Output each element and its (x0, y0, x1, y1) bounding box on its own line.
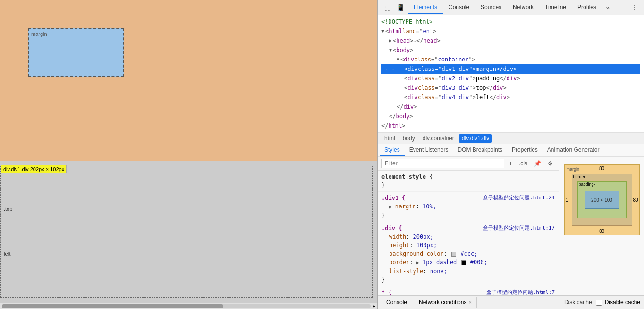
cls-button[interactable]: .cls (517, 159, 529, 168)
scrollbar-track[interactable] (2, 304, 371, 308)
css-rule-div1: .div1 { 盒子模型的定位问题.html:24 ▶ margin: 10%;… (378, 192, 559, 222)
dom-line-head[interactable]: <head>…</head> (381, 36, 640, 45)
css-source-star[interactable]: 盒子模型的定位问题.html:7 (486, 288, 555, 295)
subtab-animation-generator[interactable]: Animation Generator (542, 144, 604, 156)
tab-sources[interactable]: Sources (475, 1, 507, 14)
css-rule-div-close: } (381, 275, 555, 284)
bottom-right: Disk cache Disable cache (564, 299, 640, 306)
css-prop-margin: ▶ margin: 10%; (381, 202, 555, 211)
dom-line-doctype[interactable]: <!DOCTYPE html> (381, 17, 640, 26)
filter-bar: + .cls 📌 ⚙ (378, 157, 559, 171)
bm-margin-bottom[interactable]: 80 (599, 229, 604, 234)
box-model-panel: margin 80 80 1 80 border 1 1 1 1 (559, 157, 644, 295)
triangle-border[interactable]: ▶ (416, 260, 419, 265)
disable-cache-label: Disable cache (596, 299, 640, 306)
bm-margin-top[interactable]: 80 (599, 166, 604, 171)
rule-header-star: * { 盒子模型的定位问题.html:7 (381, 288, 555, 295)
css-rule-element-style: element.style { } (378, 171, 559, 192)
html-expand[interactable] (381, 27, 384, 35)
scroll-arrow-right[interactable]: ▶ (373, 303, 375, 309)
settings-icon[interactable]: ⋮ (629, 2, 640, 13)
horizontal-scrollbar[interactable]: ▶ (0, 302, 377, 309)
tab-profiles[interactable]: Profiles (572, 1, 602, 14)
dom-dots: ... (385, 65, 404, 73)
console-tab-label: Console (386, 299, 407, 306)
styles-left[interactable]: + .cls 📌 ⚙ element.style { } .div1 { (378, 157, 559, 295)
box-model-diagram: margin 80 80 1 80 border 1 1 1 1 (564, 164, 640, 235)
css-rule-div: .div { 盒子模型的定位问题.html:17 width: 200px; h… (378, 222, 559, 286)
body-expand[interactable] (389, 46, 392, 54)
filter-input[interactable] (381, 159, 504, 168)
bottom-dashed-box (0, 166, 373, 298)
network-conditions-tab[interactable]: Network conditions × (414, 297, 477, 308)
settings-button[interactable]: ⚙ (546, 159, 555, 168)
dom-line-div2[interactable]: <div class="div2 div">padding</div> (381, 74, 640, 83)
breadcrumb-container[interactable]: div.container (420, 134, 457, 143)
preview-bottom-area: div.div1.div 202px × 102px .top left (0, 161, 377, 303)
subtab-properties[interactable]: Properties (507, 144, 542, 156)
triangle-margin[interactable]: ▶ (389, 204, 392, 209)
console-bar: Console Network conditions × Disk cache … (378, 295, 644, 309)
dom-line-div3[interactable]: <div class="div3 div">top</div> (381, 83, 640, 93)
preview-box-margin: margin (28, 28, 124, 77)
tab-console[interactable]: Console (443, 1, 475, 14)
devtools-toolbar: ⬚ 📱 Elements Console Sources Network Tim… (378, 0, 644, 15)
breadcrumb-html[interactable]: html (381, 134, 398, 143)
bm-padding-label: padding- (579, 182, 595, 187)
bm-border-label: border (573, 174, 585, 179)
disable-cache-checkbox[interactable] (596, 300, 602, 306)
head-expand[interactable] (389, 36, 392, 45)
breadcrumb-bar: html body div.container div.div1.div (378, 133, 644, 144)
bm-margin-left[interactable]: 1 (566, 197, 568, 203)
css-selector-div[interactable]: .div { (381, 224, 402, 232)
subtab-event-listeners[interactable]: Event Listeners (405, 144, 453, 156)
dom-line-html[interactable]: <html lang="en"> (381, 26, 640, 36)
add-style-button[interactable]: + (507, 159, 514, 168)
device-mode-icon[interactable]: 📱 (395, 2, 406, 13)
css-selector-star[interactable]: * { (381, 288, 392, 295)
bm-margin-label: margin (567, 167, 580, 172)
container-expand[interactable] (397, 55, 399, 64)
css-prop-border: border: ▶ 1px dashed #000; (381, 258, 555, 267)
more-tabs-button[interactable]: » (602, 2, 613, 13)
disk-cache-label: Disk cache (564, 299, 592, 306)
dom-line-div4[interactable]: <div class="div4 div">left</div> (381, 93, 640, 102)
console-tab[interactable]: Console (381, 297, 412, 308)
rule-header-div: .div { 盒子模型的定位问题.html:17 (381, 224, 555, 232)
breadcrumb-div1[interactable]: div.div1.div (459, 134, 492, 143)
bm-margin-right[interactable]: 80 (633, 197, 638, 203)
dom-line-close-container[interactable]: </div> (381, 102, 640, 112)
dom-line-close-html[interactable]: </html> (381, 121, 640, 130)
scrollbar-thumb[interactable] (2, 304, 223, 308)
subtab-styles[interactable]: Styles (380, 144, 405, 156)
dom-line-close-body[interactable]: </body> (381, 112, 640, 121)
css-selector-element-style[interactable]: element.style { (381, 172, 432, 181)
css-source-div[interactable]: 盒子模型的定位问题.html:17 (483, 224, 555, 232)
devtools-tabs: Elements Console Sources Network Timelin… (408, 1, 627, 14)
margin-label: margin (31, 31, 47, 37)
sub-tabs: Styles Event Listeners DOM Breakpoints P… (378, 144, 644, 157)
css-source-div1[interactable]: 盒子模型的定位问题.html:24 (483, 194, 555, 202)
inspect-element-icon[interactable]: ⬚ (381, 2, 393, 13)
tab-elements[interactable]: Elements (408, 1, 443, 14)
css-prop-width: width: 200px; (381, 232, 555, 241)
dom-line-body[interactable]: <body> (381, 45, 640, 55)
css-closing-brace: } (381, 181, 555, 189)
dom-tree[interactable]: <!DOCTYPE html> <html lang="en"> <head>…… (378, 15, 644, 133)
tab-timeline[interactable]: Timeline (539, 1, 572, 14)
doctype-text: <!DOCTYPE html> (381, 17, 432, 26)
bottom-label-left: left (4, 251, 11, 257)
subtab-dom-breakpoints[interactable]: DOM Breakpoints (453, 144, 507, 156)
border-color-swatch[interactable] (461, 260, 466, 265)
pin-button[interactable]: 📌 (532, 159, 543, 168)
tab-network[interactable]: Network (507, 1, 539, 14)
close-network-conditions[interactable]: × (468, 300, 471, 305)
dom-line-div1[interactable]: ... <div class="div1 div">margin</div> (381, 64, 640, 74)
breadcrumb-body[interactable]: body (400, 134, 418, 143)
dom-line-container[interactable]: <div class="container"> (381, 55, 640, 64)
network-conditions-label: Network conditions (419, 299, 466, 306)
bgcolor-swatch[interactable] (451, 252, 456, 257)
bm-content-layer: 200 × 100 (585, 191, 619, 209)
css-prop-bgcolor: background-color: #ccc; (381, 249, 555, 258)
css-selector-div1[interactable]: .div1 { (381, 194, 406, 202)
